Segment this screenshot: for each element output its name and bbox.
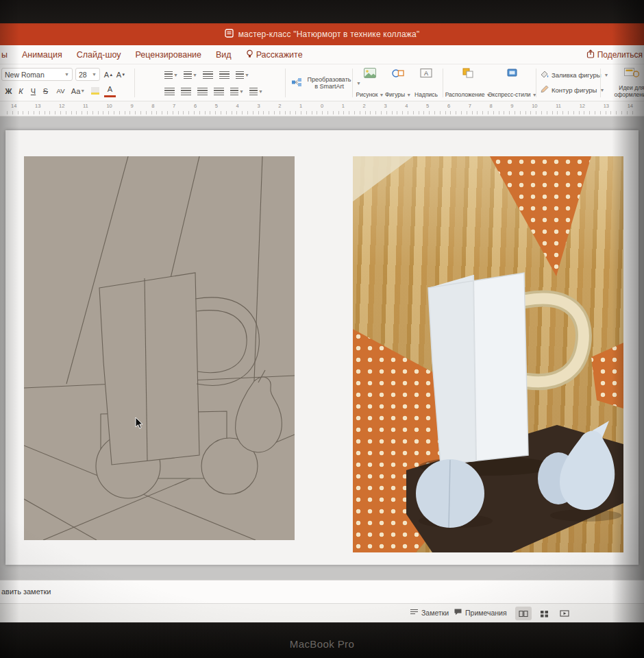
smartart-icon bbox=[291, 77, 302, 88]
textbox-icon: A bbox=[420, 68, 432, 80]
separator bbox=[536, 69, 536, 97]
align-right-button[interactable] bbox=[197, 85, 211, 97]
picture-icon bbox=[364, 68, 376, 80]
font-size-value: 28 bbox=[79, 71, 87, 79]
ruler-number: 1 bbox=[299, 103, 302, 109]
quick-styles-button[interactable]: Экспресс-стили▼ bbox=[491, 68, 534, 98]
tab-review[interactable]: Рецензирование bbox=[135, 50, 201, 60]
align-left-button[interactable] bbox=[164, 85, 178, 97]
separator bbox=[600, 69, 601, 97]
tab-view[interactable]: Вид bbox=[216, 50, 232, 60]
ruler-number: 0 bbox=[321, 103, 323, 109]
ruler-number: 4 bbox=[405, 103, 408, 109]
design-ideas-icon bbox=[624, 68, 639, 80]
ruler-number: 13 bbox=[35, 103, 40, 109]
ruler-number: 10 bbox=[106, 103, 112, 109]
tab-tell-me[interactable]: Расскажите bbox=[246, 49, 303, 60]
text-direction-button[interactable]: ▼ bbox=[249, 85, 263, 97]
convert-to-smartart-button[interactable]: Преобразовать в SmartArt ▼ bbox=[291, 69, 361, 97]
ruler-number: 2 bbox=[278, 103, 281, 109]
collage-objects bbox=[353, 156, 623, 552]
increase-font-button[interactable]: A▲ bbox=[103, 68, 114, 81]
font-name-select[interactable]: New Roman▼ bbox=[1, 68, 73, 81]
horizontal-ruler: 141312111098765432101234567891011121314 bbox=[0, 101, 644, 117]
arrange-button[interactable]: Расположение▼ bbox=[447, 68, 489, 98]
italic-button[interactable]: К bbox=[15, 84, 27, 97]
sketch-still-life-image[interactable] bbox=[24, 156, 295, 540]
quick-styles-label: Экспресс-стили bbox=[488, 91, 530, 98]
ruler-number: 7 bbox=[173, 103, 175, 109]
indent-increase-button[interactable] bbox=[219, 69, 233, 81]
align-right-icon bbox=[197, 88, 208, 95]
columns-button[interactable]: ▼ bbox=[230, 85, 244, 97]
tab-transitions-fragment[interactable]: ы bbox=[1, 50, 8, 60]
pencil-icon bbox=[540, 85, 549, 95]
design-ideas-button[interactable]: Идеи для оформления bbox=[604, 68, 644, 98]
slideshow-view-button[interactable] bbox=[556, 607, 573, 620]
numbering-button[interactable]: ▼ bbox=[184, 69, 197, 81]
slide-canvas[interactable] bbox=[5, 130, 639, 565]
chevron-down-icon: ▼ bbox=[92, 72, 97, 77]
insert-textbox-button[interactable]: A Надпись bbox=[412, 68, 440, 98]
justify-button[interactable] bbox=[214, 85, 227, 97]
insert-shapes-button[interactable]: Фигуры▼ bbox=[385, 68, 411, 98]
decrease-font-button[interactable]: A▼ bbox=[115, 68, 127, 81]
text-direction-icon bbox=[249, 88, 258, 95]
shapes-icon bbox=[392, 68, 404, 80]
normal-view-icon bbox=[519, 610, 528, 618]
ruler-number: 8 bbox=[151, 103, 154, 109]
svg-text:A: A bbox=[424, 70, 428, 77]
ruler-number: 5 bbox=[215, 103, 218, 109]
normal-view-button[interactable] bbox=[515, 607, 532, 620]
collage-still-life-image[interactable] bbox=[353, 156, 623, 552]
comments-toggle-button[interactable]: Примечания bbox=[454, 608, 507, 618]
highlight-button[interactable] bbox=[89, 84, 101, 97]
ruler-ticks bbox=[7, 111, 637, 114]
strikethrough-button[interactable]: S bbox=[40, 84, 51, 97]
ruler-number: 12 bbox=[59, 103, 64, 109]
align-center-button[interactable] bbox=[181, 85, 195, 97]
ruler-number: 9 bbox=[130, 103, 133, 109]
separator bbox=[134, 69, 135, 97]
font-color-button[interactable]: А bbox=[104, 84, 116, 97]
tab-tell-me-label: Расскажите bbox=[256, 50, 303, 60]
ruler-number: 14 bbox=[628, 103, 633, 109]
notes-icon bbox=[410, 608, 419, 617]
picture-label: Рисунок bbox=[356, 91, 378, 98]
chevron-down-icon: ▼ bbox=[239, 89, 244, 94]
ruler-number: 9 bbox=[510, 103, 513, 109]
separator bbox=[285, 69, 286, 97]
bullets-icon bbox=[164, 71, 173, 79]
status-bar: Заметки Примечания bbox=[0, 603, 644, 622]
chevron-down-icon: ▼ bbox=[173, 73, 178, 77]
paint-bucket-icon bbox=[540, 70, 549, 80]
character-spacing-button[interactable]: AV bbox=[55, 84, 66, 97]
change-case-button[interactable]: Aa▼ bbox=[70, 84, 86, 97]
shape-fill-label: Заливка фигуры bbox=[552, 71, 602, 79]
shape-outline-button[interactable]: Контур фигуры ▼ bbox=[540, 85, 604, 95]
shape-fill-button[interactable]: Заливка фигуры ▼ bbox=[540, 70, 609, 80]
slide-sorter-view-button[interactable] bbox=[536, 607, 552, 620]
ruler-number: 3 bbox=[384, 103, 386, 109]
bold-button[interactable]: Ж bbox=[3, 84, 14, 97]
notes-panel[interactable]: авить заметки bbox=[0, 580, 644, 603]
bullets-button[interactable]: ▼ bbox=[164, 69, 178, 81]
insert-picture-button[interactable]: Рисунок▼ bbox=[356, 68, 384, 98]
underline-button[interactable]: Ч bbox=[27, 84, 39, 97]
notes-toggle-button[interactable]: Заметки bbox=[410, 608, 449, 617]
tab-animation[interactable]: Анимация bbox=[22, 50, 62, 60]
ruler-number: 3 bbox=[257, 103, 260, 109]
indent-decrease-button[interactable] bbox=[203, 69, 216, 81]
indent-increase-icon bbox=[219, 71, 230, 79]
columns-icon bbox=[230, 88, 238, 95]
font-size-select[interactable]: 28▼ bbox=[75, 68, 100, 81]
lightbulb-icon bbox=[246, 49, 253, 60]
line-spacing-button[interactable]: ▼ bbox=[236, 69, 249, 81]
design-ideas-label: Идеи для оформления bbox=[604, 84, 644, 98]
ruler-number: 2 bbox=[363, 103, 366, 109]
chevron-down-icon: ▼ bbox=[258, 89, 263, 94]
shapes-label: Фигуры bbox=[385, 91, 405, 98]
ruler-number: 1 bbox=[342, 103, 345, 109]
tab-slideshow[interactable]: Слайд-шоу bbox=[77, 50, 121, 60]
share-button[interactable]: Поделиться bbox=[586, 49, 643, 60]
